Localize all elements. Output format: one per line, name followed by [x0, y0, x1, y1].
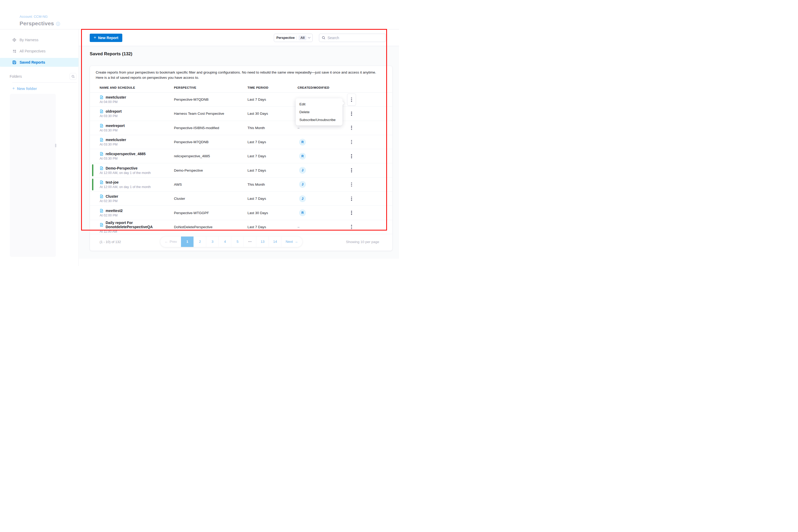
card-description: Create reports from your perspectives to… — [90, 66, 387, 82]
report-schedule: At 04:00 PM — [100, 100, 174, 104]
report-name[interactable]: Daily report For DonotdeletePerspectiveQ… — [106, 221, 174, 229]
row-context-menu: Edit Delete Subscribe/Unsubscribe — [296, 98, 342, 126]
report-time-period: Last 7 Days — [247, 169, 298, 172]
table-row[interactable]: meetreport At 03:30 PM Perspective-ISIBN… — [90, 121, 392, 135]
row-actions-kebab[interactable] — [347, 94, 356, 106]
row-actions-kebab[interactable] — [347, 122, 356, 134]
page-button-4[interactable]: 4 — [218, 236, 231, 247]
page-button-1[interactable]: 1 — [181, 236, 193, 247]
page-button-5[interactable]: 5 — [231, 236, 244, 247]
prev-page-button[interactable]: ← Prev — [160, 236, 181, 247]
report-created-modified: – — [298, 225, 343, 229]
next-page-button[interactable]: Next → — [281, 236, 302, 247]
table-row[interactable]: Demo-Perspective At 12:00 AM, on day 1 o… — [90, 163, 392, 177]
report-time-period: Last 7 Days — [247, 140, 298, 144]
sidebar-divider — [12, 82, 77, 83]
report-perspective: Cluster — [174, 197, 247, 201]
report-file-icon — [100, 138, 103, 142]
pagination-range: (1 - 10) of 132 — [100, 240, 121, 244]
report-time-period: Last 7 Days — [247, 225, 298, 229]
report-name[interactable]: meetcluster — [106, 138, 126, 142]
new-folder-button[interactable]: + New folder — [12, 86, 78, 91]
search-icon — [322, 36, 325, 40]
page-button-13[interactable]: 13 — [256, 236, 269, 247]
column-header-time-period: TIME PERIOD — [247, 86, 298, 89]
report-name[interactable]: test-joe — [106, 180, 119, 184]
report-created-modified: J — [298, 181, 343, 188]
table-row[interactable]: meettest2 At 02:00 PM Perspective-WTGGPF… — [90, 206, 392, 220]
report-name[interactable]: meettest2 — [106, 209, 122, 213]
report-name[interactable]: Cluster — [106, 194, 118, 198]
floppy-save-icon — [12, 60, 16, 64]
row-actions-kebab[interactable] — [347, 136, 356, 148]
sidebar: By Harness All Perspectives Saved Report… — [0, 30, 79, 266]
plus-icon: + — [12, 86, 15, 91]
report-perspective: AWS — [174, 183, 247, 187]
pagination-bar: (1 - 10) of 132 ← Prev 12345•••1314 Next… — [90, 234, 392, 249]
report-name[interactable]: oldreport — [106, 109, 121, 113]
report-time-period: Last 7 Days — [247, 197, 298, 201]
folder-search-button[interactable] — [70, 73, 76, 80]
report-created-modified: J — [298, 167, 343, 174]
filter-label: Perspective — [277, 36, 295, 40]
report-name[interactable]: relicxperspective_4885 — [106, 152, 146, 156]
report-file-icon — [100, 95, 103, 99]
row-actions-kebab[interactable] — [347, 207, 356, 219]
page-button-14[interactable]: 14 — [269, 236, 281, 247]
filter-separator — [297, 36, 297, 40]
info-icon[interactable]: i — [56, 22, 60, 26]
menu-item-subscribe[interactable]: Subscribe/Unsubscribe — [296, 116, 342, 124]
row-actions-kebab[interactable] — [347, 164, 356, 176]
table-row[interactable]: oldreport At 03:30 PM Harness Team Cost … — [90, 107, 392, 121]
pager-ellipsis[interactable]: ••• — [244, 236, 256, 247]
report-perspective: Perspective-M7QDNB — [174, 97, 247, 101]
sidebar-item-by-harness[interactable]: By Harness — [0, 36, 78, 44]
account-breadcrumb[interactable]: Account: CCM-NG — [20, 15, 48, 19]
row-actions-kebab[interactable] — [347, 150, 356, 162]
report-time-period: Last 30 Days — [247, 211, 298, 215]
report-time-period: This Month — [247, 126, 298, 130]
column-header-perspective: PERSPECTIVE — [174, 86, 247, 89]
table-row[interactable]: meetcluster At 03:30 PM Perspective-M7QD… — [90, 135, 392, 149]
report-created-modified: R — [298, 209, 343, 216]
row-actions-kebab[interactable] — [347, 178, 356, 190]
page-button-3[interactable]: 3 — [206, 236, 218, 247]
report-created-modified: J — [298, 195, 343, 202]
sidebar-item-saved-reports[interactable]: Saved Reports — [0, 58, 78, 67]
per-page-label: Showing 10 per page — [346, 240, 379, 244]
report-created-modified: – — [298, 126, 343, 130]
page-title: Perspectives — [20, 20, 54, 26]
report-schedule: At 03:30 PM — [100, 142, 174, 146]
page-button-2[interactable]: 2 — [193, 236, 206, 247]
page-header: Account: CCM-NG Perspectives i — [0, 0, 399, 30]
row-actions-kebab[interactable] — [347, 193, 356, 205]
row-actions-kebab[interactable] — [347, 108, 356, 120]
report-file-icon — [100, 223, 103, 227]
report-file-icon — [100, 152, 103, 156]
report-name[interactable]: meetcluster — [106, 95, 126, 99]
report-name[interactable]: Demo-Perspective — [106, 166, 137, 170]
new-folder-label: New folder — [17, 86, 37, 91]
new-report-button[interactable]: + New Report — [90, 34, 122, 42]
table-row[interactable]: test-joe At 12:00 AM, on day 1 of the mo… — [90, 177, 392, 192]
search-field[interactable] — [319, 34, 386, 42]
report-highlight-bar — [92, 179, 93, 190]
menu-item-edit[interactable]: Edit — [296, 100, 342, 108]
report-time-period: This Month — [247, 183, 298, 187]
search-input[interactable] — [327, 36, 383, 40]
report-perspective: Perspective-M7QDNB — [174, 140, 247, 144]
row-actions-kebab[interactable] — [347, 221, 356, 233]
table-row[interactable]: meetcluster At 04:00 PM Perspective-M7QD… — [90, 93, 392, 107]
sidebar-item-all-perspectives[interactable]: All Perspectives — [0, 47, 78, 56]
created-empty-dash: – — [298, 126, 299, 130]
menu-item-delete[interactable]: Delete — [296, 108, 342, 116]
report-schedule: At 03:30 PM — [100, 157, 174, 160]
perspective-filter-dropdown[interactable]: Perspective All — [274, 34, 313, 42]
search-icon — [72, 75, 75, 78]
table-row[interactable]: Cluster At 02:30 PM Cluster Last 7 Days … — [90, 192, 392, 206]
report-name[interactable]: meetreport — [106, 124, 125, 128]
table-row[interactable]: relicxperspective_4885 At 03:30 PM relic… — [90, 149, 392, 163]
table-row[interactable]: Daily report For DonotdeletePerspectiveQ… — [90, 220, 392, 234]
report-schedule: At 02:30 PM — [100, 199, 174, 203]
sidebar-scroll-thumb[interactable] — [55, 144, 56, 147]
